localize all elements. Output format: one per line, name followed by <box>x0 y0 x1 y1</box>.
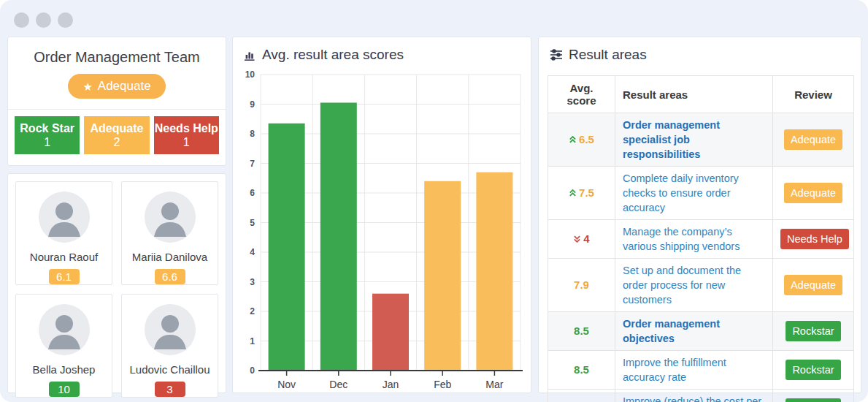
review-cell: Needs Help <box>773 220 854 259</box>
y-tick-label: 9 <box>250 99 255 110</box>
result-area-cell: Order management objectives <box>615 312 773 351</box>
avg-score-value: 7.9 <box>574 278 589 291</box>
rating-tile-label: Needs Help <box>155 122 218 135</box>
result-area-link[interactable]: Order management objectives <box>623 318 720 344</box>
member-avatar <box>39 191 90 243</box>
member-card[interactable]: Mariia Danilova6.6 <box>121 181 218 285</box>
avg-score-value: 8.5 <box>574 325 589 337</box>
bar-jan[interactable] <box>372 294 409 371</box>
rating-tile-label: Rock Star <box>20 122 74 135</box>
result-area-link[interactable]: Set up and document the order process fo… <box>623 265 741 306</box>
trend-up-icon <box>569 135 577 144</box>
result-area-row[interactable]: 7.9Set up and document the order process… <box>548 259 854 312</box>
result-areas-title: Result areas <box>569 47 647 63</box>
rating-tile-rock-star[interactable]: Rock Star1 <box>15 116 80 154</box>
review-cell: Rockstar <box>773 312 854 351</box>
result-area-row[interactable]: 8.5Improve (reduce) the cost per orderRo… <box>548 390 854 402</box>
member-score-badge: 6.6 <box>155 269 185 284</box>
review-cell: Adequate <box>773 167 854 220</box>
window-control-dot[interactable] <box>36 12 51 28</box>
member-avatar <box>145 304 196 355</box>
member-score-badge: 3 <box>155 382 185 397</box>
y-tick-label: 7 <box>250 159 255 169</box>
bar-dec[interactable] <box>320 102 357 371</box>
y-tick-label: 4 <box>250 247 255 257</box>
review-badge: Adequate <box>784 183 842 203</box>
result-area-cell: Improve (reduce) the cost per order <box>615 390 773 402</box>
rating-tile-count: 1 <box>44 136 50 149</box>
y-tick-label: 8 <box>250 129 255 139</box>
result-area-row[interactable]: 7.5Complete daily inventory checks to en… <box>548 167 854 220</box>
x-tick-label: Nov <box>277 379 296 390</box>
team-overall-rating-label: Adequate <box>98 79 151 94</box>
avg-score-value: 7.5 <box>579 186 594 199</box>
member-score-badge: 6.1 <box>49 269 80 284</box>
result-area-link[interactable]: Manage the company’s various shipping ve… <box>623 226 740 252</box>
review-cell: Adequate <box>773 113 854 167</box>
member-avatar <box>145 191 196 243</box>
bar-mar[interactable] <box>476 172 512 371</box>
team-members-panel: Nouran Raouf6.1Mariia Danilova6.6Bella J… <box>7 173 226 393</box>
review-badge: Adequate <box>784 275 842 295</box>
member-name: Nouran Raouf <box>30 251 98 263</box>
star-icon: ★ <box>82 81 92 92</box>
trend-up-icon <box>569 189 577 197</box>
y-tick-label: 2 <box>250 306 255 316</box>
window-control-dot[interactable] <box>14 12 29 28</box>
member-name: Ludovic Chaillou <box>129 363 210 376</box>
result-area-link[interactable]: Improve the fulfillment accuracy rate <box>623 357 726 383</box>
review-badge: Rockstar <box>786 360 840 380</box>
y-tick-label: 10 <box>245 69 256 80</box>
review-cell: Rockstar <box>773 351 854 390</box>
y-tick-label: 0 <box>250 365 255 376</box>
rating-tile-count: 2 <box>114 136 120 149</box>
y-tick-label: 6 <box>250 188 255 198</box>
x-tick-label: Dec <box>329 379 347 390</box>
avg-score-cell: 7.5 <box>548 167 615 220</box>
member-name: Mariia Danilova <box>132 251 207 263</box>
member-card[interactable]: Ludovic Chaillou3 <box>121 294 218 398</box>
dashboard-window: Order Management Team ★ Adequate Rock St… <box>0 0 868 402</box>
rating-tile-needs-help[interactable]: Needs Help1 <box>154 116 219 154</box>
result-area-cell: Set up and document the order process fo… <box>615 259 773 312</box>
column-header-avg-score: Avg. score <box>548 76 615 113</box>
result-area-row[interactable]: 4Manage the company’s various shipping v… <box>548 220 854 259</box>
sliders-icon <box>550 49 563 61</box>
window-control-dot[interactable] <box>58 12 73 28</box>
member-avatar <box>39 304 90 355</box>
result-area-row[interactable]: 8.5Improve the fulfillment accuracy rate… <box>548 351 854 390</box>
avg-score-value: 6.5 <box>579 133 594 145</box>
bar-nov[interactable] <box>269 124 305 371</box>
rating-tile-label: Adequate <box>91 122 144 135</box>
review-cell: Adequate <box>773 259 854 312</box>
result-area-link[interactable]: Improve (reduce) the cost per order <box>623 395 761 402</box>
rating-tile-adequate[interactable]: Adequate2 <box>84 116 149 154</box>
team-summary-panel: Order Management Team ★ Adequate Rock St… <box>7 37 226 166</box>
result-area-cell: Manage the company’s various shipping ve… <box>615 220 773 259</box>
team-title: Order Management Team <box>8 49 226 66</box>
result-area-link[interactable]: Order management specialist job responsi… <box>623 119 720 160</box>
bar-chart: 012345678910NovDecJanFebMar <box>233 66 531 395</box>
avg-score-cell: 8.5 <box>548 312 615 351</box>
member-card[interactable]: Bella Joshep10 <box>15 294 112 398</box>
y-tick-label: 5 <box>250 218 255 228</box>
result-area-link[interactable]: Complete daily inventory checks to ensur… <box>623 172 739 213</box>
avg-score-cell: 8.5 <box>548 351 615 390</box>
review-badge: Rockstar <box>786 321 840 341</box>
result-area-row[interactable]: 6.5Order management specialist job respo… <box>548 113 854 167</box>
member-name: Bella Joshep <box>33 363 96 376</box>
chart-title: Avg. result area scores <box>262 47 404 63</box>
member-card[interactable]: Nouran Raouf6.1 <box>15 181 112 285</box>
result-areas-table: Avg. scoreResult areasReview 6.5Order ma… <box>548 75 854 402</box>
bar-chart-icon <box>244 49 256 61</box>
result-area-row[interactable]: 8.5Order management objectivesRockstar <box>548 312 854 351</box>
column-header-result-areas: Result areas <box>615 76 773 113</box>
bar-feb[interactable] <box>424 181 461 371</box>
team-overall-rating-badge: ★ Adequate <box>68 74 165 99</box>
avg-score-cell: 8.5 <box>548 390 615 402</box>
review-badge: Adequate <box>784 129 842 150</box>
x-tick-label: Mar <box>485 379 503 390</box>
rating-tile-count: 1 <box>183 136 190 149</box>
result-area-cell: Improve the fulfillment accuracy rate <box>615 351 773 390</box>
review-badge: Rockstar <box>786 398 840 402</box>
